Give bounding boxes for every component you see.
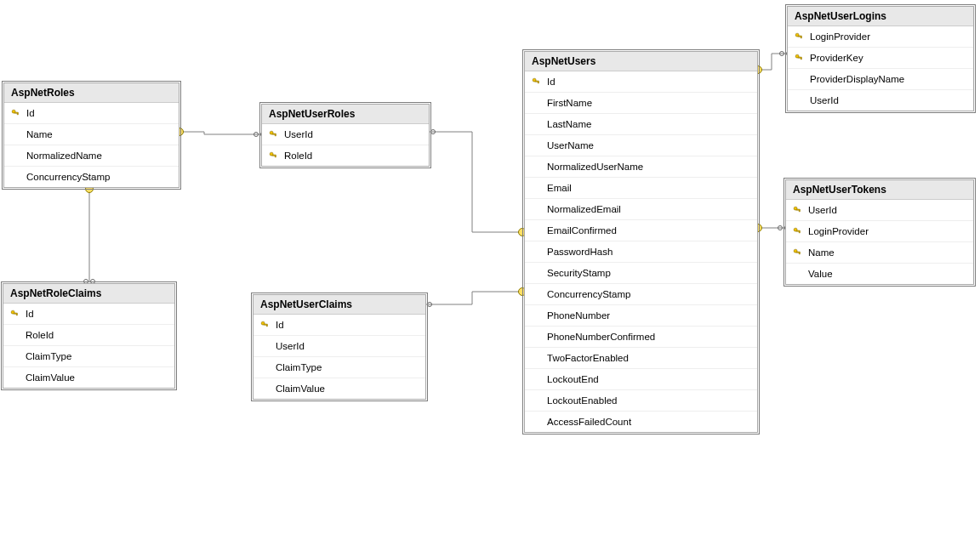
column-name: ClaimValue xyxy=(26,372,169,383)
table-header[interactable]: AspNetUsers xyxy=(525,52,757,71)
column-name: PhoneNumber xyxy=(547,310,752,321)
table-column[interactable]: LockoutEnabled xyxy=(525,390,757,412)
primary-key-icon xyxy=(269,151,277,160)
table-column[interactable]: NormalizedUserName xyxy=(525,156,757,178)
column-name: Id xyxy=(26,108,174,118)
relationship-line[interactable] xyxy=(430,132,522,232)
table-column[interactable]: PasswordHash xyxy=(525,241,757,263)
table-column[interactable]: Name xyxy=(786,242,973,264)
column-name: RoleId xyxy=(284,151,424,161)
column-name: LoginProvider xyxy=(810,31,968,42)
primary-key-icon xyxy=(793,227,801,236)
relationship-line[interactable] xyxy=(179,132,259,134)
table-column[interactable]: RoleId xyxy=(3,325,174,346)
table-column[interactable]: Name xyxy=(4,124,179,145)
table-aspNetUsers[interactable]: AspNetUsersIdFirstNameLastNameUserNameNo… xyxy=(524,51,758,433)
key-cell xyxy=(793,32,805,41)
table-header[interactable]: AspNetUserClaims xyxy=(254,295,425,315)
table-column[interactable]: LastName xyxy=(525,114,757,135)
table-column[interactable]: Id xyxy=(4,103,179,124)
primary-key-icon xyxy=(10,310,19,318)
table-header[interactable]: AspNetUserRoles xyxy=(262,105,429,124)
svg-rect-35 xyxy=(799,253,800,254)
primary-key-icon xyxy=(793,206,801,214)
table-column[interactable]: FirstName xyxy=(525,93,757,114)
column-name: PasswordHash xyxy=(547,247,752,257)
table-column[interactable]: UserName xyxy=(525,135,757,156)
table-column[interactable]: LoginProvider xyxy=(788,26,973,48)
table-column[interactable]: PhoneNumber xyxy=(525,305,757,327)
table-aspNetUserTokens[interactable]: AspNetUserTokensUserIdLoginProviderNameV… xyxy=(785,179,974,285)
table-column[interactable]: Value xyxy=(786,264,973,284)
key-cell xyxy=(9,310,20,318)
svg-rect-5 xyxy=(17,113,18,115)
table-aspNetRoleClaims[interactable]: AspNetRoleClaimsIdRoleIdClaimTypeClaimVa… xyxy=(3,283,175,389)
table-column[interactable]: UserId xyxy=(788,90,973,111)
table-column[interactable]: SecurityStamp xyxy=(525,263,757,284)
table-column[interactable]: Id xyxy=(525,71,757,93)
table-column[interactable]: UserId xyxy=(262,124,429,145)
svg-rect-23 xyxy=(801,37,801,38)
table-column[interactable]: NormalizedEmail xyxy=(525,199,757,220)
table-column[interactable]: EmailConfirmed xyxy=(525,220,757,241)
table-column[interactable]: ProviderKey xyxy=(788,48,973,69)
primary-key-icon xyxy=(795,32,803,41)
table-column[interactable]: ClaimType xyxy=(3,346,174,367)
table-header[interactable]: AspNetRoleClaims xyxy=(3,284,174,304)
svg-rect-32 xyxy=(799,231,800,233)
column-name: ClaimType xyxy=(276,362,420,372)
key-cell xyxy=(791,248,803,257)
column-name: NormalizedUserName xyxy=(547,162,752,172)
table-aspNetUserLogins[interactable]: AspNetUserLoginsLoginProviderProviderKey… xyxy=(787,6,974,111)
table-header[interactable]: AspNetUserTokens xyxy=(786,180,973,200)
table-column[interactable]: Id xyxy=(3,304,174,325)
primary-key-icon xyxy=(260,321,269,329)
column-name: ConcurrencyStamp xyxy=(547,289,752,299)
primary-key-icon xyxy=(795,54,803,62)
column-name: RoleId xyxy=(26,330,169,340)
table-column[interactable]: Email xyxy=(525,178,757,199)
svg-rect-29 xyxy=(799,210,800,212)
column-name: UserId xyxy=(810,95,968,105)
table-column[interactable]: ClaimType xyxy=(254,357,425,378)
key-cell xyxy=(791,206,803,214)
table-aspNetUserRoles[interactable]: AspNetUserRolesUserIdRoleId xyxy=(261,104,430,167)
column-name: Id xyxy=(547,77,752,87)
table-column[interactable]: ClaimValue xyxy=(3,367,174,388)
table-column[interactable]: ProviderDisplayName xyxy=(788,69,973,90)
relationship-line[interactable] xyxy=(426,292,522,304)
column-name: ProviderKey xyxy=(810,53,968,63)
primary-key-icon xyxy=(269,130,277,139)
key-cell xyxy=(267,151,279,160)
column-name: UserId xyxy=(808,205,968,215)
table-column[interactable]: UserId xyxy=(254,336,425,357)
column-name: ConcurrencyStamp xyxy=(26,172,174,182)
table-column[interactable]: Id xyxy=(254,315,425,336)
table-header[interactable]: AspNetUserLogins xyxy=(788,7,973,26)
relationship-line[interactable] xyxy=(758,54,785,70)
svg-rect-11 xyxy=(275,156,276,157)
table-column[interactable]: LoginProvider xyxy=(786,221,973,242)
table-aspNetUserClaims[interactable]: AspNetUserClaimsIdUserIdClaimTypeClaimVa… xyxy=(253,294,426,400)
column-name: ClaimType xyxy=(26,351,169,361)
table-column[interactable]: ConcurrencyStamp xyxy=(525,284,757,305)
table-column[interactable]: RoleId xyxy=(262,145,429,166)
key-cell xyxy=(259,321,271,329)
table-column[interactable]: ConcurrencyStamp xyxy=(4,167,179,187)
table-column[interactable]: ClaimValue xyxy=(254,378,425,399)
table-column[interactable]: UserId xyxy=(786,200,973,221)
column-name: UserName xyxy=(547,140,752,151)
column-name: AccessFailedCount xyxy=(547,417,752,427)
table-aspNetRoles[interactable]: AspNetRolesIdNameNormalizedNameConcurren… xyxy=(3,82,179,188)
column-name: LockoutEnd xyxy=(547,374,752,384)
table-column[interactable]: LockoutEnd xyxy=(525,369,757,390)
table-column[interactable]: PhoneNumberConfirmed xyxy=(525,327,757,348)
column-name: FirstName xyxy=(547,98,752,108)
key-cell xyxy=(793,54,805,62)
table-header[interactable]: AspNetRoles xyxy=(4,83,179,103)
primary-key-icon xyxy=(532,77,540,86)
column-name: UserId xyxy=(276,341,420,351)
table-column[interactable]: AccessFailedCount xyxy=(525,412,757,432)
table-column[interactable]: NormalizedName xyxy=(4,145,179,167)
table-column[interactable]: TwoFactorEnabled xyxy=(525,348,757,369)
